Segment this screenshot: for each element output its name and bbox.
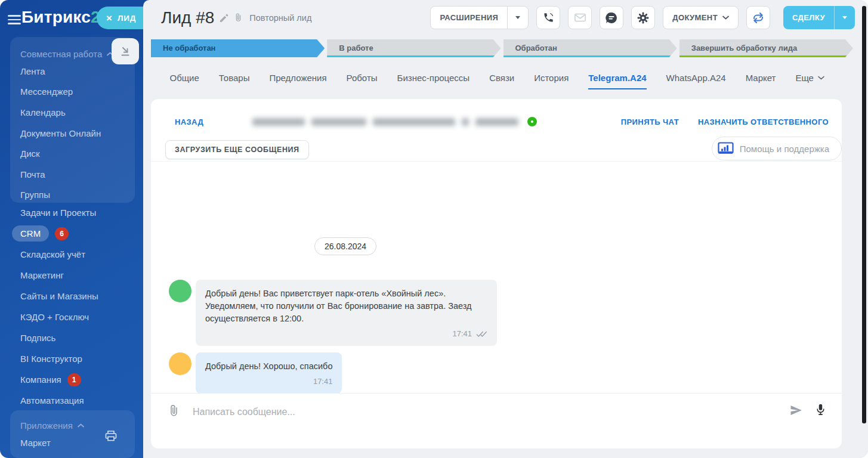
send-plane-icon (790, 405, 802, 416)
back-link[interactable]: НАЗАД (175, 117, 203, 126)
send-button[interactable] (790, 405, 802, 416)
client-avatar[interactable] (169, 352, 191, 375)
close-icon[interactable]: × (106, 13, 112, 23)
assign-responsible-link[interactable]: НАЗНАЧИТЬ ОТВЕТСТВЕННОГО (698, 117, 829, 126)
voice-message-button[interactable] (816, 403, 826, 417)
extensions-dropdown[interactable] (508, 7, 528, 29)
sidebar-section-apps-title[interactable]: Приложения (20, 418, 135, 432)
document-label: ДОКУМЕНТ (672, 13, 718, 22)
stage-bar: Не обработан В работе Обработан Завершит… (151, 39, 853, 57)
deal-dropdown[interactable] (835, 6, 855, 29)
sidebar-item-bi[interactable]: BI Конструктор (0, 348, 150, 369)
operator-avatar[interactable] (169, 280, 191, 302)
tab-general[interactable]: Общие (170, 66, 199, 89)
stage-finish[interactable]: Завершить обработку лида (679, 39, 853, 57)
settings-button[interactable] (631, 6, 655, 29)
tab-more-label: Еще (795, 73, 814, 83)
tab-history[interactable]: История (534, 66, 569, 89)
date-separator: 26.08.2024 (314, 237, 376, 255)
message-text: Добрый день! Вас приветствует парк-отель… (205, 287, 487, 325)
expand-view-button[interactable] (746, 6, 770, 29)
chevron-up-icon (78, 423, 84, 428)
call-button[interactable] (536, 6, 560, 29)
sidebar-item-marketing[interactable]: Маркетинг (0, 265, 150, 286)
page-title: Лид #8 (161, 8, 214, 27)
microphone-icon (816, 403, 826, 417)
message-bubble: Добрый день! Хорошо, спасибо 17:41 (196, 352, 342, 394)
extensions-button[interactable]: РАСШИРЕНИЯ (430, 6, 529, 29)
logo-brand: Битрикс (21, 8, 91, 26)
tab-links[interactable]: Связи (489, 66, 514, 89)
sidebar-item-company[interactable]: Компания 1 (0, 369, 150, 390)
help-support-button[interactable]: Помощь и поддержка (712, 137, 842, 160)
chat-client-name-redacted (252, 118, 525, 126)
tab-quotes[interactable]: Предложения (269, 66, 326, 89)
deal-label: СДЕЛКУ (792, 13, 825, 22)
sidebar-item-crm[interactable]: CRM 6 (0, 223, 150, 244)
caret-down-icon (515, 16, 520, 19)
tab-bar: Общие Товары Предложения Роботы Бизнес-п… (151, 64, 853, 91)
tab-bizproc[interactable]: Бизнес-процессы (397, 66, 470, 89)
help-support-label: Помощь и поддержка (740, 144, 829, 154)
section-title-label: Приложения (20, 420, 73, 431)
collapse-sidebar-button[interactable] (112, 38, 139, 64)
sidebar-item-inventory[interactable]: Складской учёт (0, 244, 150, 265)
tab-more[interactable]: Еще (795, 66, 824, 89)
stage-in-progress[interactable]: В работе (327, 39, 501, 57)
sidebar-item-docs-online[interactable]: Документы Онлайн (20, 123, 135, 144)
app-window: Битрикс24 Совместная работа Лента Мессен… (0, 0, 868, 458)
sidebar: Битрикс24 Совместная работа Лента Мессен… (0, 0, 150, 458)
sidebar-item-sign[interactable]: Подпись (0, 327, 150, 348)
chat-panel: НАЗАД ПРИНЯТЬ ЧАТ НАЗНАЧИТЬ ОТВЕТСТВЕННО… (151, 99, 842, 448)
extensions-label: РАСШИРЕНИЯ (440, 13, 498, 22)
chart-monitor-icon (718, 142, 734, 156)
paperclip-icon[interactable] (234, 13, 243, 23)
sidebar-item-messenger[interactable]: Мессенджер (20, 82, 135, 103)
tab-market[interactable]: Маркет (746, 66, 776, 89)
load-more-messages-button[interactable]: ЗАГРУЗИТЬ ЕЩЕ СООБЩЕНИЯ (165, 140, 309, 159)
chat-icon (606, 12, 617, 24)
tab-products[interactable]: Товары (219, 66, 250, 89)
sidebar-item-tasks[interactable]: Задачи и Проекты (0, 202, 150, 223)
sidebar-item-automation[interactable]: Автоматизация (0, 390, 150, 411)
chat-header: НАЗАД ПРИНЯТЬ ЧАТ НАЗНАЧИТЬ ОТВЕТСТВЕННО… (151, 99, 842, 162)
stage-not-processed[interactable]: Не обработан (151, 39, 325, 57)
gear-icon (637, 12, 649, 24)
lead-chip-label: ЛИД (118, 14, 136, 23)
email-button[interactable] (568, 6, 592, 29)
tab-telegram[interactable]: Telegram.A24 (588, 66, 646, 89)
sidebar-main-list: Задачи и Проекты CRM 6 Складской учёт Ма… (0, 202, 150, 411)
page-head: Лид #8 Повторный лид (161, 8, 311, 27)
sidebar-item-market[interactable]: Маркет (20, 432, 135, 453)
document-button[interactable]: ДОКУМЕНТ (663, 6, 739, 29)
company-label: Компания (20, 375, 61, 385)
create-deal-button[interactable]: СДЕЛКУ (783, 6, 855, 29)
paperclip-icon (168, 404, 180, 418)
sidebar-item-kedo[interactable]: КЭДО + Госключ (0, 307, 150, 327)
lead-type-label: Повторный лид (249, 13, 311, 23)
sidebar-section-apps: Приложения Маркет (10, 410, 135, 458)
sidebar-item-mail[interactable]: Почта (20, 164, 135, 185)
stage-processed[interactable]: Обработан (503, 39, 677, 57)
tab-whatsapp[interactable]: WhatsApp.A24 (666, 66, 726, 89)
open-lines-button[interactable] (600, 6, 623, 29)
mail-icon (574, 13, 586, 22)
message-time: 17:41 (452, 329, 472, 340)
sidebar-item-calendar[interactable]: Календарь (20, 102, 135, 123)
read-double-check-icon (476, 331, 487, 338)
header-actions: РАСШИРЕНИЯ (430, 6, 855, 29)
main-area: Лид #8 Повторный лид РАСШИРЕНИЯ (143, 0, 868, 458)
accept-chat-link[interactable]: ПРИНЯТЬ ЧАТ (621, 117, 679, 126)
message-bubble: Добрый день! Вас приветствует парк-отель… (196, 280, 497, 346)
sidebar-item-disk[interactable]: Диск (20, 143, 135, 164)
edit-pencil-icon[interactable] (220, 14, 228, 23)
attach-file-button[interactable] (168, 404, 180, 418)
message-text: Добрый день! Хорошо, спасибо (205, 360, 332, 373)
printer-icon[interactable] (105, 431, 117, 441)
hamburger-icon[interactable] (8, 15, 21, 27)
tab-robots[interactable]: Роботы (347, 66, 378, 89)
scrollbar[interactable] (862, 6, 866, 423)
sidebar-item-sites[interactable]: Сайты и Магазины (0, 286, 150, 307)
message-input[interactable] (193, 402, 740, 422)
crm-badge: 6 (55, 227, 69, 240)
